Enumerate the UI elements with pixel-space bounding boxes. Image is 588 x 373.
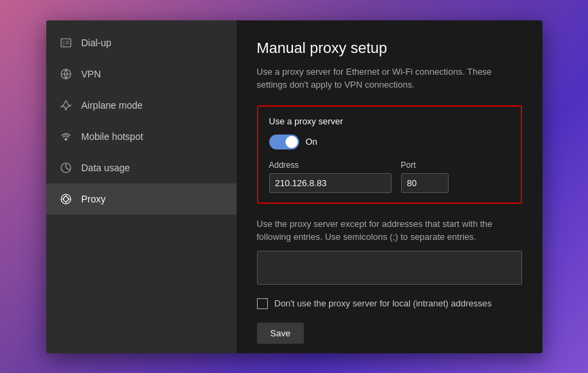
port-field-group: Port <box>401 160 449 193</box>
sidebar-item-proxy[interactable]: Proxy <box>46 183 237 215</box>
local-addresses-checkbox-row: Don't use the proxy server for local (in… <box>257 298 522 309</box>
address-label: Address <box>269 160 392 170</box>
sidebar-item-hotspot-label: Mobile hotspot <box>82 131 143 142</box>
port-input[interactable] <box>401 173 449 193</box>
address-input[interactable] <box>269 173 392 193</box>
data-usage-icon <box>60 162 72 174</box>
dial-up-icon <box>60 37 72 49</box>
port-label: Port <box>401 160 449 170</box>
page-title: Manual proxy setup <box>257 39 522 57</box>
exceptions-description: Use the proxy server except for addresse… <box>257 217 522 244</box>
address-field-group: Address <box>269 160 392 193</box>
sidebar-item-proxy-label: Proxy <box>82 194 106 205</box>
settings-window: Dial-up VPN Airplane mode <box>46 20 542 353</box>
sidebar-item-airplane-label: Airplane mode <box>82 100 143 111</box>
svg-rect-0 <box>61 39 71 47</box>
svg-point-11 <box>63 196 68 201</box>
proxy-server-label: Use a proxy server <box>269 116 510 126</box>
sidebar-item-vpn[interactable]: VPN <box>46 58 237 90</box>
sidebar-item-dial-up-label: Dial-up <box>82 37 111 48</box>
local-addresses-checkbox[interactable] <box>257 298 268 309</box>
sidebar-item-airplane-mode[interactable]: Airplane mode <box>46 90 237 121</box>
proxy-server-section: Use a proxy server On Address Port <box>257 105 522 204</box>
toggle-state-label: On <box>306 137 317 147</box>
page-description: Use a proxy server for Ethernet or Wi-Fi… <box>257 65 522 92</box>
sidebar-item-data-usage-label: Data usage <box>82 162 131 173</box>
toggle-row: On <box>269 135 510 149</box>
fields-row: Address Port <box>269 160 510 193</box>
save-button[interactable]: Save <box>257 323 305 344</box>
exceptions-input[interactable] <box>257 251 522 285</box>
sidebar-item-dial-up[interactable]: Dial-up <box>46 27 237 58</box>
main-content: Manual proxy setup Use a proxy server fo… <box>237 20 542 353</box>
sidebar-item-vpn-label: VPN <box>82 69 101 79</box>
vpn-icon <box>60 68 72 80</box>
proxy-icon <box>60 193 72 205</box>
proxy-toggle[interactable] <box>269 135 299 149</box>
svg-point-8 <box>65 138 67 141</box>
toggle-thumb <box>286 136 298 148</box>
airplane-icon <box>60 99 72 111</box>
sidebar-item-mobile-hotspot[interactable]: Mobile hotspot <box>46 121 237 152</box>
local-addresses-label: Don't use the proxy server for local (in… <box>275 298 492 308</box>
hotspot-icon <box>60 130 72 143</box>
sidebar: Dial-up VPN Airplane mode <box>46 20 237 353</box>
sidebar-item-data-usage[interactable]: Data usage <box>46 152 237 183</box>
